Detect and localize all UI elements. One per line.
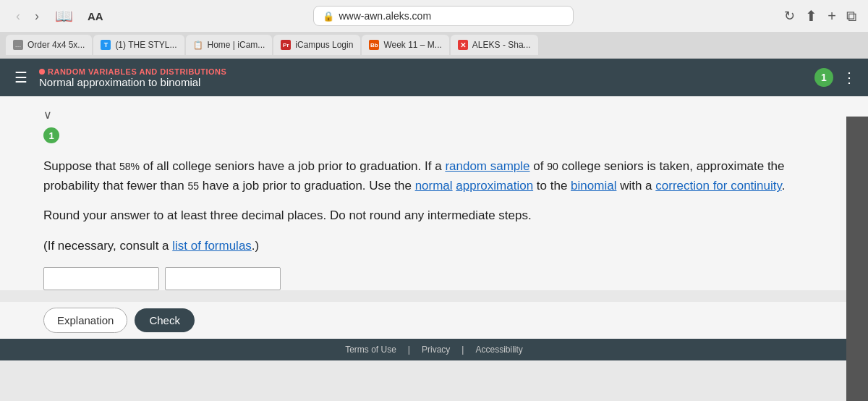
question-paragraph-1: Suppose that 58% of all college seniors … — [43, 156, 825, 195]
tab-bar: … Order 4x4 5x... T (1) THE STYL... 📋 Ho… — [0, 32, 868, 58]
reload-button[interactable]: ↻ — [784, 8, 795, 24]
aleks-main-title: Normal approximation to binomial — [39, 76, 226, 88]
tab-favicon-home: 📋 — [193, 40, 203, 50]
forward-button[interactable]: › — [30, 7, 43, 25]
aleks-title-area: RANDOM VARIABLES AND DISTRIBUTIONS Norma… — [39, 67, 226, 88]
address-bar: 🔒 www-awn.aleks.com — [115, 6, 773, 26]
tab-label-home: Home | iCam... — [208, 40, 265, 50]
consult-post: .) — [252, 239, 259, 253]
footer: Terms of Use | Privacy | Accessibility — [0, 339, 868, 360]
q-part2: of all college seniors have a job prior … — [140, 159, 445, 173]
footer-sep2: | — [461, 345, 464, 355]
tab-favicon-order: … — [13, 40, 23, 50]
tab-icampus[interactable]: Pr iCampus Login — [273, 35, 360, 55]
q-part7: to the — [533, 179, 571, 193]
privacy-link[interactable]: Privacy — [422, 345, 450, 355]
consult-pre: (If necessary, consult a — [43, 239, 172, 253]
hamburger-button[interactable]: ☰ — [12, 66, 30, 89]
round-text: Round your answer to at least three deci… — [43, 208, 532, 222]
random-sample-link[interactable]: random sample — [445, 159, 529, 173]
tab-favicon-icampus: Pr — [281, 40, 291, 50]
url-input[interactable]: 🔒 www-awn.aleks.com — [313, 6, 574, 26]
question-area: ∨ 1 Suppose that 58% of all college seni… — [0, 96, 868, 290]
copy-button[interactable]: ⧉ — [846, 8, 856, 25]
tab-home[interactable]: 📋 Home | iCam... — [186, 35, 273, 55]
formulas-link[interactable]: list of formulas — [172, 239, 252, 253]
q-percent: 58% — [119, 161, 140, 172]
tab-label-style: (1) THE STYL... — [115, 40, 176, 50]
q-part8: with a — [616, 179, 655, 193]
normal-link[interactable]: normal — [415, 179, 453, 193]
aleks-header: ☰ RANDOM VARIABLES AND DISTRIBUTIONS Nor… — [0, 59, 868, 96]
answer-input-2[interactable] — [165, 267, 281, 290]
terms-link[interactable]: Terms of Use — [345, 345, 396, 355]
tab-style[interactable]: T (1) THE STYL... — [93, 35, 184, 55]
right-panel — [846, 117, 868, 401]
collapse-button[interactable]: ∨ — [43, 108, 52, 122]
aleks-subtitle: RANDOM VARIABLES AND DISTRIBUTIONS — [39, 67, 226, 76]
nav-buttons: ‹ › — [12, 7, 43, 25]
round-paragraph: Round your answer to at least three deci… — [43, 206, 825, 225]
aleks-header-right: 1 ⋮ — [814, 68, 856, 87]
tab-label-week11: Week 11 – M... — [383, 40, 441, 50]
tab-favicon-aleks: ✕ — [458, 40, 468, 50]
footer-sep1: | — [408, 345, 410, 355]
bottom-bar: Explanation Check — [0, 302, 868, 339]
tab-order[interactable]: … Order 4x4 5x... — [6, 35, 92, 55]
bookmarks-icon[interactable]: 📖 — [55, 7, 73, 25]
more-options-button[interactable]: ⋮ — [842, 69, 856, 86]
add-tab-button[interactable]: + — [827, 8, 836, 25]
aleks-subtitle-text: RANDOM VARIABLES AND DISTRIBUTIONS — [48, 67, 226, 76]
text-size-label[interactable]: AA — [88, 10, 103, 22]
toolbar-right: ↻ ⬆ + ⧉ — [784, 7, 856, 25]
lock-icon: 🔒 — [323, 11, 334, 22]
back-button[interactable]: ‹ — [12, 7, 25, 25]
tab-label-order: Order 4x4 5x... — [27, 40, 85, 50]
answer-input-1[interactable] — [43, 267, 159, 290]
q-part1: Suppose that — [43, 159, 119, 173]
tab-label-aleks: ALEKS - Sha... — [472, 40, 531, 50]
correction-link[interactable]: correction for continuity — [655, 179, 781, 193]
consult-paragraph: (If necessary, consult a list of formula… — [43, 236, 825, 256]
binomial-link[interactable]: binomial — [571, 179, 616, 193]
q-part9: . — [782, 179, 786, 193]
tab-label-icampus: iCampus Login — [295, 40, 353, 50]
accessibility-link[interactable]: Accessibility — [475, 345, 522, 355]
tab-week11[interactable]: Bb Week 11 – M... — [362, 35, 448, 55]
question-badge[interactable]: 1 — [814, 68, 833, 87]
browser-toolbar: ‹ › 📖 AA 🔒 www-awn.aleks.com ↻ ⬆ + ⧉ — [0, 0, 868, 32]
answer-row — [43, 267, 825, 290]
url-text: www-awn.aleks.com — [339, 10, 431, 22]
question-number-badge: 1 — [43, 127, 59, 143]
status-dot — [39, 69, 45, 75]
share-button[interactable]: ⬆ — [805, 7, 817, 25]
approximation-link[interactable]: approximation — [456, 179, 533, 193]
check-button[interactable]: Check — [135, 308, 195, 332]
tab-favicon-week11: Bb — [369, 40, 379, 50]
explanation-button[interactable]: Explanation — [43, 308, 127, 333]
tab-favicon-style: T — [101, 40, 111, 50]
tab-aleks[interactable]: ✕ ALEKS - Sha... — [451, 35, 538, 55]
